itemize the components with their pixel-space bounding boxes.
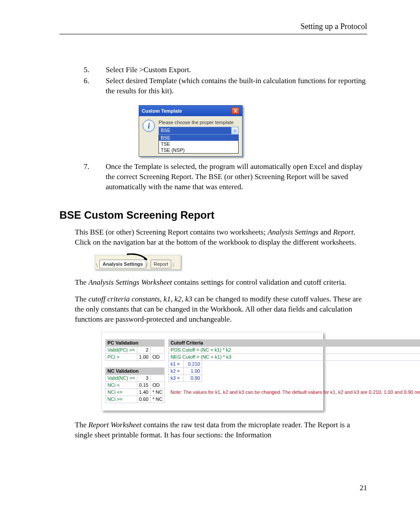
cell: 0.15	[137, 382, 150, 389]
tabs-image: \ Analysis Settings / Report /	[95, 255, 181, 270]
dialog-title: Custom Template	[142, 108, 182, 114]
step-number: 6.	[84, 76, 106, 86]
paragraph: The Analysis Settings Worksheet contains…	[75, 278, 367, 288]
cutoff-criteria-header: Cutoff Criteria	[169, 339, 420, 346]
text-italic: Report Worksheet	[88, 421, 142, 429]
spreadsheet-screenshot: PC Validation Cutoff Criteria Valid(PC) …	[101, 332, 367, 411]
cell	[151, 346, 165, 353]
paragraph: The cutoff criteria constants, k1, k2, k…	[75, 294, 367, 325]
running-header: Setting up a Protocol	[59, 22, 367, 34]
cell	[151, 374, 165, 382]
cell: 0.90	[184, 374, 202, 382]
tab-analysis-settings[interactable]: Analysis Settings	[99, 260, 146, 268]
dialog-titlebar: Custom Template X	[139, 106, 242, 116]
page: Setting up a Protocol 5.Select File >Cus…	[0, 0, 420, 510]
custom-template-dialog: Custom Template X i Please choose the pr…	[139, 105, 243, 157]
info-icon: i	[143, 120, 155, 132]
worksheet-tabs-screenshot: \ Analysis Settings / Report /	[95, 255, 367, 270]
cell: k1 =	[169, 360, 184, 367]
nc-validation-header: NC Validation	[106, 367, 165, 374]
cell: 0.60	[137, 396, 150, 403]
step-number: 7.	[84, 162, 106, 172]
combobox-option[interactable]: BSE	[159, 135, 238, 141]
cell: OD	[151, 382, 165, 389]
cell: * NC	[151, 396, 165, 403]
cell: * NC	[151, 389, 165, 396]
cell: 1.40	[137, 389, 150, 396]
paragraph: The Report Worksheet contains the raw te…	[75, 420, 367, 440]
page-number: 21	[360, 484, 367, 492]
list-item: 5.Select File >Custom Export.	[84, 65, 367, 75]
cell: 1.00	[137, 353, 150, 360]
cell: 1.00	[184, 367, 202, 374]
cell: 0.210	[184, 360, 202, 367]
template-combobox[interactable]: BSE v	[158, 127, 239, 135]
spreadsheet: PC Validation Cutoff Criteria Valid(PC) …	[101, 332, 323, 411]
list-item: 6.Select desired Template (which contain…	[84, 76, 367, 96]
cell: NCi >=	[106, 396, 137, 403]
pc-validation-header: PC Validation	[106, 339, 165, 346]
steps-list-b: 7.Once the Template is selected, the pro…	[84, 162, 367, 192]
paragraph: This BSE (or other) Screening Report con…	[75, 227, 367, 248]
cell: Valid(NC) >=	[106, 374, 137, 382]
cell: PCi >	[106, 353, 137, 360]
text: The	[75, 278, 88, 286]
close-icon[interactable]: X	[232, 107, 239, 114]
list-item: 7.Once the Template is selected, the pro…	[84, 162, 367, 192]
tab-report[interactable]: Report	[151, 260, 171, 268]
text-italic: Analysis Settings Worksheet	[88, 278, 172, 286]
text-italic: Analysis Settings	[268, 228, 319, 236]
cell: 3	[137, 374, 150, 382]
text: contains settings for control validation…	[172, 278, 346, 286]
cell: NCi <=	[106, 389, 137, 396]
note-text: Note: The values for k1, k2 and k3 can b…	[169, 389, 420, 411]
cell: Valid(PC) >=	[106, 346, 137, 353]
cell: NCi <	[106, 382, 137, 389]
cell: POS Cutoff = (NC + k1) * k2	[169, 346, 420, 353]
step-text: Select File >Custom Export.	[106, 65, 367, 75]
text: The	[75, 421, 88, 429]
combobox-value: BSE	[161, 128, 170, 133]
text: This BSE (or other) Screening Report con…	[75, 228, 268, 236]
step-text: Select desired Template (which contains …	[106, 76, 367, 96]
cell: OD	[151, 353, 165, 360]
cell: k3 =	[169, 374, 184, 382]
text: and	[318, 228, 333, 236]
combobox-option[interactable]: TSE (NSP)	[159, 147, 238, 153]
chevron-down-icon[interactable]: v	[231, 127, 238, 134]
step-text: Once the Template is selected, the progr…	[106, 162, 367, 192]
text-italic: Report	[333, 228, 353, 236]
cell: k2 =	[169, 367, 184, 374]
section-heading: BSE Custom Screening Report	[59, 209, 367, 221]
combobox-option[interactable]: TSE	[159, 141, 238, 147]
text-italic: cutoff criteria constants, k1, k2, k3	[88, 295, 192, 303]
cell: 2	[137, 346, 150, 353]
step-number: 5.	[84, 65, 106, 75]
text: The	[75, 295, 88, 303]
cell: NEG Cutoff = (NC + k1) * k3	[169, 353, 420, 360]
combobox-dropdown: BSE TSE TSE (NSP)	[158, 135, 239, 154]
dialog-message: Please choose the proper template	[158, 120, 239, 125]
dialog-screenshot: Custom Template X i Please choose the pr…	[139, 105, 367, 157]
steps-list-a: 5.Select File >Custom Export. 6.Select d…	[84, 65, 367, 96]
